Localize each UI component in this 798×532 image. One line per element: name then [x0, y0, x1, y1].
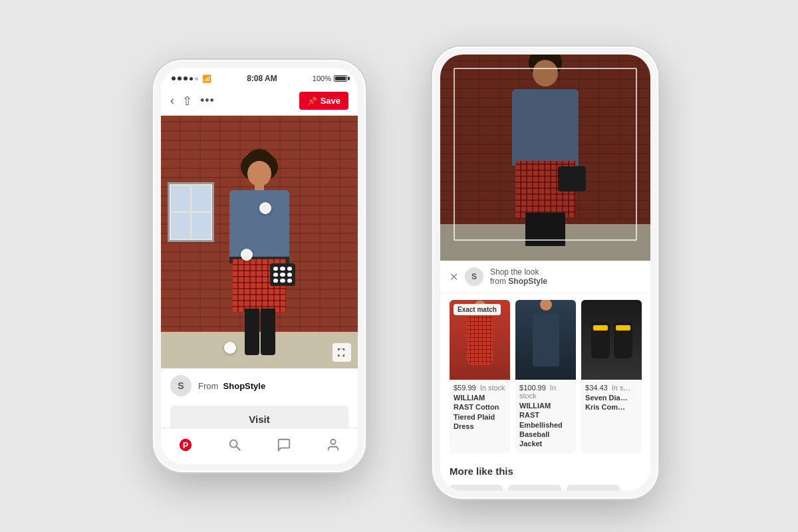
dress-model-body [467, 315, 493, 365]
nav-search[interactable] [221, 435, 248, 455]
signal-dots: 📶 [172, 74, 211, 83]
person-leg-right [261, 309, 275, 355]
nav-home[interactable]: P [172, 435, 199, 455]
person-bag [270, 263, 295, 286]
signal-dot-1 [172, 76, 176, 80]
products-row: Exact match $59.99 In stock WILLIAM RAST… [440, 293, 650, 460]
source-text: From ShopStyle [198, 381, 265, 391]
more-button[interactable]: ••• [200, 94, 215, 108]
jacket-model-body [533, 313, 559, 366]
window-pane-2 [192, 186, 211, 211]
phone-right: ✕ S Shop the look from ShopStyle [432, 47, 658, 499]
more-item-3[interactable] [567, 485, 620, 491]
more-item-1[interactable] [450, 485, 503, 491]
source-row: S From ShopStyle [161, 368, 358, 403]
person-figure [216, 156, 303, 335]
shop-avatar: S [465, 267, 483, 286]
save-label: Save [321, 96, 340, 106]
from-label: From [198, 381, 218, 391]
product-card-jacket[interactable]: $100.99 In stock WILLIAM RAST Embellishe… [515, 300, 576, 454]
hotspot-boots[interactable] [224, 342, 236, 354]
phones-container: 📶 8:08 AM 100% ‹ ⇧ ••• 📌 Save [100, 27, 698, 505]
signal-dot-2 [178, 76, 182, 80]
product-image-boots [581, 300, 642, 380]
product-price-3: $34.43 [585, 384, 608, 392]
product-image-jacket [515, 300, 576, 380]
right-main-image [440, 55, 650, 261]
pin-icon: 📌 [307, 96, 317, 106]
boot-left [591, 322, 610, 358]
right-phone-screen: ✕ S Shop the look from ShopStyle [440, 55, 650, 491]
jacket-model-head [540, 300, 552, 311]
product-name-2: WILLIAM RAST Embellished Baseball Jacket [519, 401, 572, 448]
brand-name: ShopStyle [223, 381, 266, 391]
selection-indicator [454, 68, 637, 241]
product-price-2: $100.99 [519, 384, 546, 392]
bag-dot [280, 267, 285, 271]
svg-point-2 [230, 440, 237, 448]
product-info-jacket: $100.99 In stock WILLIAM RAST Embellishe… [515, 380, 576, 454]
nav-chat[interactable] [271, 435, 297, 455]
status-time: 8:08 AM [247, 74, 277, 83]
bag-dot [287, 273, 292, 277]
phone-left: 📶 8:08 AM 100% ‹ ⇧ ••• 📌 Save [153, 60, 366, 472]
expand-icon[interactable] [332, 343, 351, 362]
person-leg-left [245, 309, 259, 355]
signal-dot-4 [190, 77, 193, 80]
status-bar-left: 📶 8:08 AM 100% [161, 68, 358, 86]
more-item-2[interactable] [508, 485, 561, 491]
product-price-1: $59.99 [454, 384, 476, 392]
more-like-this-label: More like this [440, 460, 650, 479]
wifi-icon: 📶 [202, 74, 211, 83]
boots-pair [591, 322, 632, 358]
bag-dot [273, 273, 278, 277]
shop-panel: ✕ S Shop the look from ShopStyle [440, 261, 650, 293]
product-price-status-3: $34.43 In s… [585, 384, 638, 392]
battery-fill [335, 76, 346, 80]
product-status-1: In stock [480, 384, 505, 392]
product-price-status: $59.99 In stock [454, 384, 506, 392]
boot-right [614, 322, 632, 358]
product-name-1: WILLIAM RAST Cotton Tiered Plaid Dress [454, 393, 506, 431]
svg-point-4 [331, 440, 335, 444]
exact-match-badge: Exact match [454, 304, 501, 315]
source-avatar: S [170, 375, 192, 396]
battery-area: 100% [313, 74, 347, 82]
sidewalk [161, 332, 358, 368]
shop-the-look-label: Shop the look [490, 267, 547, 277]
nav-profile[interactable] [320, 435, 346, 455]
window-pane-1 [171, 186, 190, 211]
product-status-3: In s… [612, 384, 631, 392]
product-name-3: Seven Dia… Kris Com… [585, 393, 638, 412]
bag-dot [273, 279, 278, 283]
window-element [168, 182, 214, 242]
more-items-row [440, 479, 650, 491]
main-image-left [161, 116, 358, 368]
product-card-dress[interactable]: Exact match $59.99 In stock WILLIAM RAST… [450, 300, 510, 454]
product-price-status-2: $100.99 In stock [519, 384, 572, 400]
nav-bar-left: ‹ ⇧ ••• 📌 Save [161, 86, 358, 116]
bag-dot [280, 279, 285, 283]
window-inner [170, 184, 212, 240]
save-button[interactable]: 📌 Save [299, 92, 348, 110]
bag-dot [273, 267, 278, 271]
bag-dot [287, 279, 292, 283]
svg-line-3 [237, 447, 241, 451]
close-button[interactable]: ✕ [450, 271, 458, 283]
share-button[interactable]: ⇧ [182, 94, 192, 108]
window-pane-3 [171, 213, 190, 239]
product-card-boots[interactable]: $34.43 In s… Seven Dia… Kris Com… [581, 300, 642, 454]
shop-title-text: Shop the look from ShopStyle [490, 267, 547, 286]
window-pane-4 [192, 213, 211, 239]
bag-dot [280, 273, 285, 277]
signal-dot-3 [184, 76, 188, 80]
hotspot-jacket[interactable] [259, 202, 271, 214]
signal-dot-5 [195, 77, 198, 80]
person-head [247, 161, 271, 186]
hotspot-dress[interactable] [241, 249, 253, 261]
back-button[interactable]: ‹ [170, 94, 174, 108]
left-phone-screen: 📶 8:08 AM 100% ‹ ⇧ ••• 📌 Save [161, 68, 358, 464]
svg-text:P: P [183, 440, 189, 450]
scene-left [161, 116, 358, 368]
person-jacket [229, 190, 289, 263]
